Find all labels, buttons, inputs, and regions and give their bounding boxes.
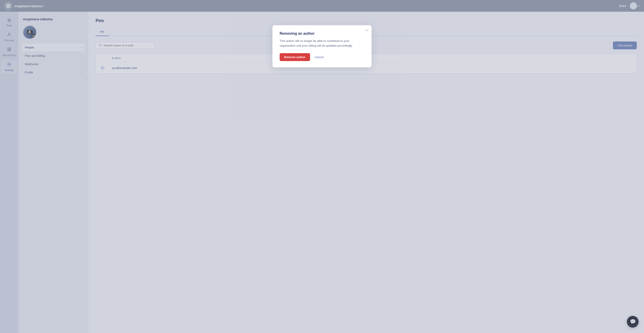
logo-inner (6, 4, 10, 8)
org-chevron: ▾ (43, 5, 44, 7)
modal-actions: Remove author Cancel (280, 53, 364, 61)
modal-close-button[interactable]: × (366, 28, 368, 32)
topnav-right: Docs ▾ (619, 2, 640, 10)
user-avatar (630, 2, 637, 10)
remove-author-button[interactable]: Remove author (280, 53, 310, 61)
topnav-left: mugiwara-nakama ▾ (4, 2, 44, 10)
modal-body: This author will no longer be able to co… (280, 39, 364, 48)
org-selector[interactable]: mugiwara-nakama ▾ (14, 4, 44, 8)
cancel-button[interactable]: Cancel (314, 53, 324, 61)
org-name: mugiwara-nakama (14, 4, 42, 8)
modal-overlay: × Removing an author This author will no… (0, 12, 644, 333)
modal-title: Removing an author (280, 32, 364, 36)
remove-author-modal: × Removing an author This author will no… (272, 25, 372, 67)
topnav: mugiwara-nakama ▾ Docs ▾ (0, 0, 644, 12)
user-menu-chevron: ▾ (638, 5, 640, 7)
app-logo[interactable] (4, 2, 12, 10)
docs-link[interactable]: Docs (619, 4, 626, 8)
user-menu[interactable]: ▾ (630, 2, 640, 10)
